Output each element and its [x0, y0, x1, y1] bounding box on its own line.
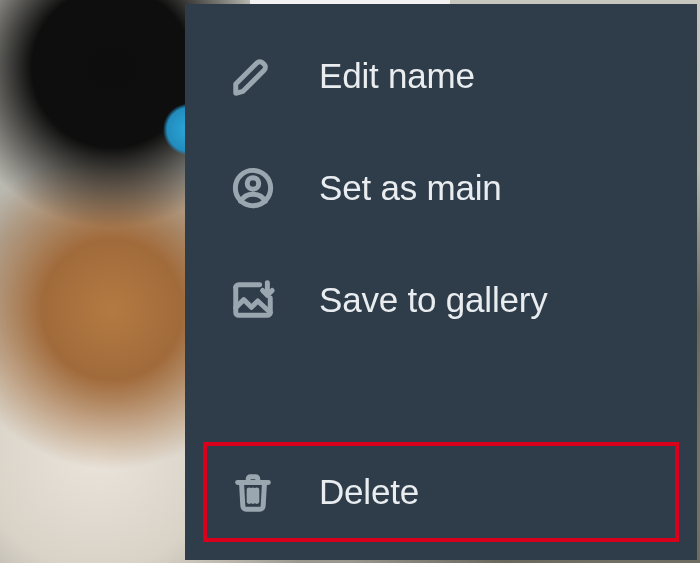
- menu-item-label: Delete: [319, 472, 419, 512]
- menu-item-delete[interactable]: Delete: [203, 442, 679, 542]
- context-menu: Edit name Set as main: [185, 4, 697, 560]
- image-download-icon: [227, 274, 279, 326]
- menu-item-save-to-gallery[interactable]: Save to gallery: [203, 250, 679, 350]
- user-circle-icon: [227, 162, 279, 214]
- menu-item-label: Set as main: [319, 168, 502, 208]
- photo-context-screen: Edit name Set as main: [0, 0, 700, 563]
- menu-item-label: Save to gallery: [319, 280, 548, 320]
- svg-point-1: [247, 178, 259, 190]
- menu-item-label: Edit name: [319, 56, 475, 96]
- trash-icon: [227, 466, 279, 518]
- menu-item-set-as-main[interactable]: Set as main: [203, 138, 679, 238]
- pencil-icon: [227, 50, 279, 102]
- menu-item-edit-name[interactable]: Edit name: [203, 26, 679, 126]
- menu-spacer: [203, 362, 679, 430]
